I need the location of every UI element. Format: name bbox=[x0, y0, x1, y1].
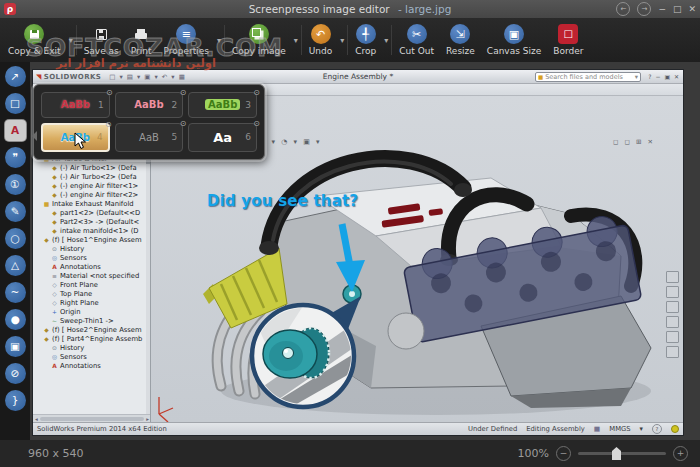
drawing-tools-sidebar: ↗ □ A ❞ ① ✎ ○ bbox=[0, 62, 30, 440]
tree-item: ◆ (f) [ Hose1^Engine Assem bbox=[43, 235, 150, 244]
part-icon: ◆ bbox=[51, 165, 58, 171]
gear-icon[interactable]: ⊙ bbox=[105, 120, 112, 129]
style-tile-5[interactable]: AaB 5 ⊙ bbox=[115, 123, 184, 153]
chevron-down-icon: ▾ bbox=[640, 425, 643, 433]
tree-item: ◆ (-) engine Air filter<2> bbox=[51, 190, 150, 199]
toolbar-separator bbox=[301, 25, 302, 55]
style-tile-3[interactable]: AaBb 3 ⊙ bbox=[188, 92, 257, 118]
zoom-in-button[interactable]: + bbox=[673, 446, 688, 461]
brace-tool[interactable]: } bbox=[5, 390, 26, 411]
resize-button[interactable]: ⇲ Resize bbox=[440, 20, 481, 60]
part-icon: ◆ bbox=[43, 327, 50, 333]
file-name: - large.jpg bbox=[398, 3, 451, 15]
annotations-icon: A bbox=[51, 363, 58, 369]
sweep-icon: ~ bbox=[51, 318, 58, 324]
copy-exit-button[interactable]: Copy & Exit bbox=[2, 20, 67, 60]
tree-item: ◆ (f) [ Part4^Engine Assemb bbox=[43, 334, 150, 343]
text-annotation[interactable]: Did you see that? bbox=[207, 192, 358, 210]
forward-button[interactable]: → bbox=[637, 2, 651, 16]
blur-tool[interactable]: ● bbox=[5, 309, 26, 330]
origin-icon: + bbox=[51, 309, 58, 315]
style-tile-2[interactable]: AaBb 2 ⊙ bbox=[115, 92, 184, 118]
sw-status-bar: SolidWorks Premium 2014 x64 Edition Unde… bbox=[33, 422, 683, 435]
arrow-tool[interactable]: ↗ bbox=[5, 66, 26, 87]
sw-units-label: MMGS bbox=[609, 425, 630, 433]
list-icon: ≡ bbox=[176, 24, 196, 44]
sw-tree-hscrollbar: ◂ ▸ bbox=[33, 414, 151, 422]
printer-icon bbox=[131, 24, 151, 44]
chevron-down-icon[interactable]: ▾ bbox=[67, 36, 75, 45]
sw-constraint-status: Under Defined bbox=[468, 425, 517, 433]
chevron-down-icon[interactable]: ▾ bbox=[382, 36, 390, 45]
help-icon: ? bbox=[652, 424, 662, 434]
tree-item: ≡ Material <not specified bbox=[51, 271, 150, 280]
tree-item: ◆ (-) Air Turbo<1> (Defa bbox=[51, 163, 150, 172]
highlighter-tool[interactable]: ✎ bbox=[5, 201, 26, 222]
rectangle-tool[interactable]: □ bbox=[5, 93, 26, 114]
canvas-size-icon: ▣ bbox=[504, 24, 524, 44]
undo-button[interactable]: ↶ Undo bbox=[303, 20, 339, 60]
history-icon: ⊙ bbox=[51, 246, 58, 252]
back-button[interactable]: ← bbox=[616, 2, 630, 16]
zoom-slider[interactable] bbox=[578, 452, 666, 455]
gear-icon[interactable]: ⊙ bbox=[180, 119, 187, 128]
scroll-left-icon: ◂ bbox=[35, 416, 38, 422]
tree-item: ◆ (-) engine Air filter<1> bbox=[51, 181, 150, 190]
sw-search-text: Search files and models bbox=[545, 73, 633, 81]
freehand-tool[interactable]: ~ bbox=[5, 282, 26, 303]
canvas-size-button[interactable]: ▣ Canvas Size bbox=[481, 20, 547, 60]
chevron-down-icon[interactable]: ▾ bbox=[215, 36, 223, 45]
zoom-out-button[interactable]: − bbox=[556, 446, 571, 461]
toolbar-separator bbox=[76, 25, 77, 55]
copy-image-button[interactable]: Copy image bbox=[226, 20, 292, 60]
number-tool[interactable]: ① bbox=[5, 174, 26, 195]
title-bar: ρ Screenpresso image editor - large.jpg … bbox=[0, 0, 700, 18]
tree-item: ◎ Sensors bbox=[51, 352, 150, 361]
image-tool[interactable]: ▣ bbox=[5, 336, 26, 357]
text-bubble-tool[interactable]: ❞ bbox=[5, 147, 26, 168]
tree-item: ◎ Sensors bbox=[51, 253, 150, 262]
toolbar-separator bbox=[224, 25, 225, 55]
part-icon: ◆ bbox=[51, 192, 58, 198]
gear-icon[interactable]: ⊙ bbox=[106, 88, 113, 97]
sw-search-box: ■ Search files and models ▾ bbox=[535, 72, 641, 82]
border-button[interactable]: □ Border bbox=[547, 20, 589, 60]
gear-icon[interactable]: ⊙ bbox=[253, 119, 260, 128]
zoom-slider-thumb[interactable] bbox=[612, 447, 621, 460]
tree-item: ◆ (f) [ Hose2^Engine Assem bbox=[43, 325, 150, 334]
sw-title-bar: ◥ SOLIDWORKS □ ▾ ▤ ▾ ▣ ▾ ↶ ▾ ▦ Engine As… bbox=[33, 70, 683, 84]
resize-icon: ⇲ bbox=[450, 24, 470, 44]
magnifier-tool[interactable]: ⊘ bbox=[5, 363, 26, 384]
sw-edition-label: SolidWorks Premium 2014 x64 Edition bbox=[37, 425, 167, 433]
polygon-tool[interactable]: △ bbox=[5, 255, 26, 276]
image-dimensions: 960 x 540 bbox=[28, 447, 84, 460]
plane-icon: ◇ bbox=[51, 300, 58, 306]
sw-corner-icons: ◻ ◻ ⊞ ✕ bbox=[613, 138, 655, 146]
cut-out-button[interactable]: ✂ Cut Out bbox=[393, 20, 440, 60]
text-tool[interactable]: A bbox=[5, 120, 26, 141]
tree-item: ⊙ History bbox=[51, 343, 150, 352]
tree-item: A Annotations bbox=[51, 361, 150, 370]
sw-task-pane-tabs bbox=[666, 271, 681, 358]
crop-button[interactable]: ╃ Crop bbox=[349, 20, 382, 60]
maximize-button[interactable]: □ bbox=[673, 5, 682, 14]
editor-canvas[interactable]: ◥ SOLIDWORKS □ ▾ ▤ ▾ ▣ ▾ ↶ ▾ ▦ Engine As… bbox=[30, 62, 700, 440]
part-icon: ◆ bbox=[43, 237, 50, 243]
gear-icon[interactable]: ⊙ bbox=[180, 88, 187, 97]
crop-icon: ╃ bbox=[356, 24, 376, 44]
gear-icon[interactable]: ⊙ bbox=[253, 88, 260, 97]
chevron-down-icon[interactable]: ▾ bbox=[338, 36, 346, 45]
minimize-button[interactable]: − bbox=[658, 5, 666, 14]
properties-button[interactable]: ≡ Properties bbox=[158, 20, 215, 60]
ellipse-tool[interactable]: ○ bbox=[5, 228, 26, 249]
tree-item: A Annotations bbox=[51, 262, 150, 271]
close-button[interactable]: ✕ bbox=[688, 5, 696, 14]
chevron-down-icon[interactable]: ▾ bbox=[292, 36, 300, 45]
tree-item: ◆ Part2<3> -> (Default< bbox=[51, 217, 150, 226]
part-icon: ◆ bbox=[51, 183, 58, 189]
folder-icon: ■ bbox=[538, 74, 543, 80]
print-button[interactable]: Print bbox=[125, 20, 158, 60]
style-tile-1[interactable]: AaBb 1 ⊙ bbox=[41, 92, 110, 118]
save-as-button[interactable]: Save as bbox=[78, 20, 125, 60]
style-tile-6[interactable]: Aa 6 ⊙ bbox=[188, 123, 257, 153]
